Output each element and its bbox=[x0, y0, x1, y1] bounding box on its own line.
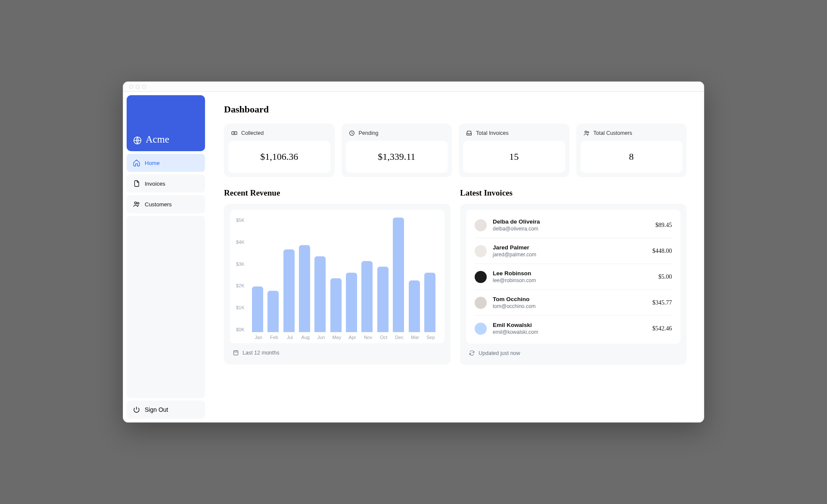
avatar bbox=[475, 297, 487, 309]
x-tick: Dec bbox=[392, 335, 407, 340]
stat-card: Total Customers 8 bbox=[576, 124, 687, 177]
invoices-card: Delba de Oliveira delba@oliveira.com $89… bbox=[460, 204, 687, 365]
chart-bar bbox=[330, 278, 342, 332]
invoice-amount: $345.77 bbox=[653, 299, 672, 306]
stat-label: Total Customers bbox=[594, 130, 632, 136]
document-icon bbox=[133, 180, 140, 187]
invoice-email: jared@palmer.com bbox=[493, 252, 647, 258]
x-tick: Nov bbox=[360, 335, 376, 340]
globe-icon bbox=[133, 136, 142, 145]
avatar bbox=[475, 323, 487, 335]
y-tick: $0K bbox=[236, 327, 245, 332]
x-tick: Oct bbox=[376, 335, 392, 340]
brand-name: Acme bbox=[146, 134, 169, 145]
stat-label: Pending bbox=[359, 130, 379, 136]
invoice-name: Delba de Oliveira bbox=[493, 218, 650, 225]
home-icon bbox=[133, 159, 140, 167]
invoice-row[interactable]: Delba de Oliveira delba@oliveira.com $89… bbox=[475, 212, 672, 238]
page-title: Dashboard bbox=[224, 104, 687, 115]
invoice-name: Tom Occhino bbox=[493, 296, 647, 302]
invoice-amount: $5.00 bbox=[659, 274, 672, 280]
chart-bar bbox=[424, 273, 435, 332]
x-tick: May bbox=[329, 335, 345, 340]
chart-bars bbox=[249, 218, 438, 332]
revenue-footnote: Last 12 months bbox=[243, 350, 279, 356]
chart-bar bbox=[299, 245, 310, 332]
chart-x-axis: JanFebJulAugJunMayAprNovOctDecMarSep bbox=[236, 332, 438, 340]
x-tick: Feb bbox=[266, 335, 282, 340]
avatar bbox=[475, 245, 487, 257]
sidebar-item-label: Home bbox=[145, 160, 160, 166]
invoices-title: Latest Invoices bbox=[460, 188, 687, 198]
signout-button[interactable]: Sign Out bbox=[127, 401, 205, 419]
svg-point-1 bbox=[134, 202, 137, 204]
sidebar-item-invoices[interactable]: Invoices bbox=[127, 174, 205, 193]
signout-label: Sign Out bbox=[145, 406, 168, 413]
stat-card: Collected $1,106.36 bbox=[224, 124, 335, 177]
stat-value: 15 bbox=[463, 141, 565, 173]
svg-rect-8 bbox=[234, 351, 238, 355]
invoice-email: lee@robinson.com bbox=[493, 277, 653, 283]
refresh-icon bbox=[469, 350, 475, 356]
power-icon bbox=[133, 406, 140, 414]
traffic-light-close[interactable] bbox=[129, 85, 133, 89]
window-titlebar bbox=[123, 82, 704, 91]
sidebar-item-label: Customers bbox=[145, 201, 172, 208]
x-tick: Jul bbox=[282, 335, 298, 340]
y-tick: $3K bbox=[236, 261, 245, 267]
chart-bar bbox=[377, 267, 389, 332]
invoice-row[interactable]: Jared Palmer jared@palmer.com $448.00 bbox=[475, 238, 672, 264]
y-tick: $4K bbox=[236, 240, 245, 245]
chart-bar bbox=[409, 280, 420, 332]
chart-bar bbox=[361, 261, 373, 332]
revenue-card: $0K$1K$2K$3K$4K$5K JanFebJulAugJunMayApr… bbox=[224, 204, 451, 364]
stat-label: Total Invoices bbox=[476, 130, 509, 136]
stat-value: $1,339.11 bbox=[346, 141, 448, 173]
sidebar-item-customers[interactable]: Customers bbox=[127, 195, 205, 213]
chart-bar bbox=[393, 218, 404, 332]
x-tick: Jan bbox=[251, 335, 266, 340]
svg-point-7 bbox=[587, 131, 588, 133]
invoice-row[interactable]: Emil Kowalski emil@kowalski.com $542.46 bbox=[475, 315, 672, 341]
svg-point-2 bbox=[137, 202, 139, 204]
chart-bar bbox=[346, 273, 357, 332]
invoice-amount: $542.46 bbox=[653, 325, 672, 332]
invoice-amount: $448.00 bbox=[653, 248, 672, 255]
x-tick: Mar bbox=[407, 335, 423, 340]
svg-point-6 bbox=[584, 131, 586, 133]
invoices-footnote: Updated just now bbox=[479, 350, 520, 356]
svg-rect-3 bbox=[232, 132, 237, 135]
clock-icon bbox=[348, 130, 355, 137]
chart-y-axis: $0K$1K$2K$3K$4K$5K bbox=[236, 218, 249, 332]
svg-point-4 bbox=[234, 133, 235, 134]
sidebar-spacer bbox=[127, 216, 205, 398]
x-tick: Aug bbox=[298, 335, 313, 340]
avatar bbox=[475, 219, 487, 231]
banknote-icon bbox=[231, 130, 238, 137]
users-icon bbox=[133, 200, 140, 208]
invoice-email: tom@occhino.com bbox=[493, 303, 647, 309]
x-tick: Jun bbox=[313, 335, 329, 340]
stat-label: Collected bbox=[241, 130, 264, 136]
y-tick: $5K bbox=[236, 218, 245, 223]
invoice-name: Emil Kowalski bbox=[493, 322, 647, 328]
x-tick: Sep bbox=[423, 335, 438, 340]
chart-bar bbox=[283, 249, 295, 332]
revenue-chart: $0K$1K$2K$3K$4K$5K JanFebJulAugJunMayApr… bbox=[230, 210, 445, 343]
stat-value: $1,106.36 bbox=[228, 141, 330, 173]
chart-bar bbox=[267, 291, 279, 332]
traffic-light-zoom[interactable] bbox=[142, 85, 146, 89]
invoice-row[interactable]: Lee Robinson lee@robinson.com $5.00 bbox=[475, 264, 672, 289]
users-icon bbox=[583, 130, 590, 137]
invoice-email: delba@oliveira.com bbox=[493, 226, 650, 232]
brand-logo[interactable]: Acme bbox=[127, 95, 205, 151]
revenue-title: Recent Revenue bbox=[224, 188, 451, 198]
stat-card: Pending $1,339.11 bbox=[342, 124, 452, 177]
invoice-name: Jared Palmer bbox=[493, 244, 647, 251]
stat-value: 8 bbox=[581, 141, 683, 173]
traffic-light-minimize[interactable] bbox=[136, 85, 140, 89]
invoice-row[interactable]: Tom Occhino tom@occhino.com $345.77 bbox=[475, 289, 672, 315]
sidebar-item-home[interactable]: Home bbox=[127, 154, 205, 172]
chart-bar bbox=[252, 286, 263, 332]
x-tick: Apr bbox=[345, 335, 360, 340]
